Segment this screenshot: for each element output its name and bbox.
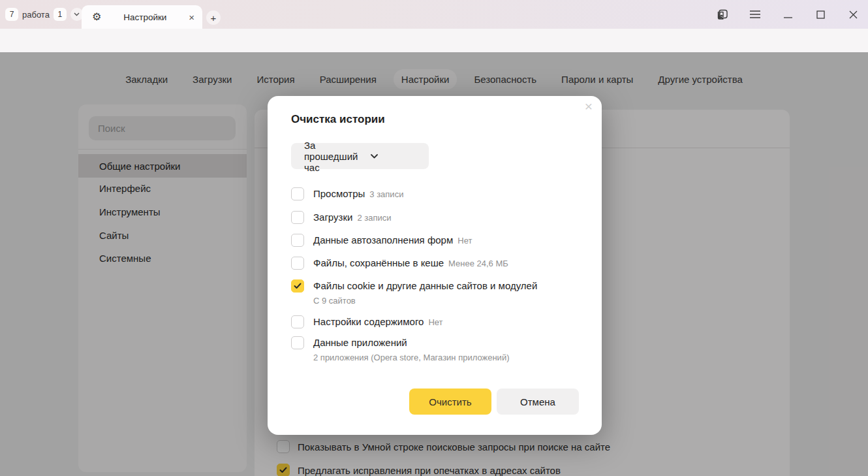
item-count: Нет — [428, 317, 442, 327]
tab-group-count-badge: 7 — [5, 8, 18, 21]
tab-settings[interactable]: ⚙ Настройки × — [82, 5, 202, 29]
window-maximize-button[interactable] — [811, 5, 830, 24]
history-item-content-settings[interactable]: Настройки содержимогоНет — [291, 315, 443, 329]
item-label: Данные приложений — [313, 337, 407, 348]
gear-icon: ⚙ — [92, 12, 101, 22]
tabs-panel-icon — [716, 8, 729, 21]
item-count: 2 записи — [357, 213, 391, 223]
item-count: Нет — [457, 236, 472, 246]
history-item-views[interactable]: Просмотры3 записи — [291, 187, 403, 201]
tab-bar: 7 работа 1 ⚙ Настройки × + — [0, 0, 868, 29]
cancel-button[interactable]: Отмена — [497, 389, 579, 415]
browser-menu-button[interactable] — [745, 5, 765, 24]
item-label: Данные автозаполнения форм — [313, 234, 453, 246]
history-item-autofill[interactable]: Данные автозаполнения формНет — [291, 234, 472, 247]
window-minimize-button[interactable] — [778, 5, 798, 24]
chevron-down-icon — [371, 154, 418, 159]
period-select-value: За прошедший час — [304, 140, 358, 173]
checkbox-unchecked[interactable] — [291, 187, 304, 200]
minimize-icon — [784, 10, 792, 19]
item-label: Настройки содержимого — [313, 316, 424, 327]
item-subtext: 2 приложения (Opera store, Магазин прило… — [313, 353, 509, 363]
history-item-downloads[interactable]: Загрузки2 записи — [291, 211, 391, 225]
clear-history-dialog: × Очистка истории За прошедший час Просм… — [268, 96, 602, 435]
item-label: Файлы, сохранённые в кеше — [313, 257, 444, 268]
checkbox-unchecked[interactable] — [291, 336, 304, 349]
item-label: Загрузки — [313, 212, 352, 223]
browser-window: 7 работа 1 ⚙ Настройки × + — [0, 0, 868, 476]
history-item-cache[interactable]: Файлы, сохранённые в кешеМенее 24,6 МБ — [291, 257, 508, 270]
checkbox-unchecked[interactable] — [291, 234, 304, 247]
tab-title: Настройки — [101, 12, 189, 22]
period-select[interactable]: За прошедший час — [291, 143, 429, 169]
item-count: Менее 24,6 МБ — [448, 259, 508, 268]
hamburger-menu-icon — [750, 10, 760, 18]
dialog-close-icon[interactable]: × — [585, 99, 593, 114]
close-icon — [849, 10, 858, 19]
tab-panel-button[interactable] — [713, 5, 732, 24]
checkbox-unchecked[interactable] — [291, 257, 304, 270]
tab-close-icon[interactable]: × — [189, 12, 194, 23]
new-tab-button[interactable]: + — [206, 10, 221, 25]
tab-group-chip[interactable]: 7 работа 1 — [5, 7, 91, 22]
item-label: Файлы cookie и другие данные сайтов и мо… — [313, 280, 537, 291]
checkbox-unchecked[interactable] — [291, 315, 304, 328]
clear-button[interactable]: Очистить — [409, 389, 491, 415]
check-icon — [294, 283, 302, 289]
maximize-icon — [816, 10, 825, 19]
dialog-title: Очистка истории — [291, 113, 385, 126]
checkbox-unchecked[interactable] — [291, 211, 304, 224]
tab-group-active-badge: 1 — [54, 8, 67, 21]
history-item-app-data[interactable]: Данные приложений 2 приложения (Opera st… — [291, 336, 509, 363]
item-count: 3 записи — [369, 189, 403, 199]
history-item-cookies[interactable]: Файлы cookie и другие данные сайтов и мо… — [291, 279, 537, 306]
checkbox-checked[interactable] — [291, 279, 304, 293]
chevron-down-icon — [74, 12, 80, 16]
item-subtext: С 9 сайтов — [313, 296, 537, 306]
tab-group-name: работа — [22, 10, 50, 20]
item-label: Просмотры — [313, 188, 365, 199]
window-close-button[interactable] — [843, 5, 863, 24]
address-bar: ← Я Y settings Настройки ⋮ — [0, 29, 868, 52]
